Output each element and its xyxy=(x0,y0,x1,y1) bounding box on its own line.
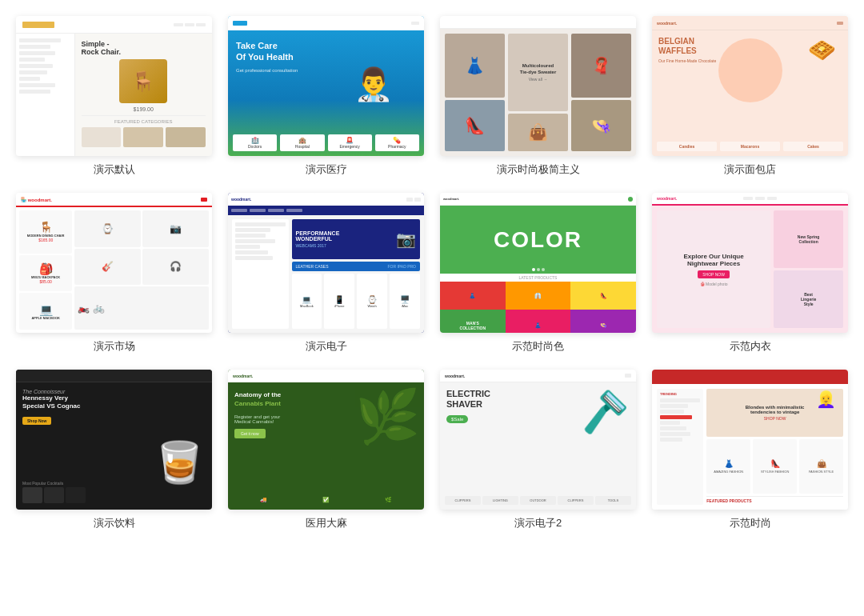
demo-grid: Simple -Rock Chair. 🪑 $199.00 FEATURED C… xyxy=(16,16,848,530)
preview-demo-electric2: woodmart. ELECTRICSHAVER $Sale 🪒 CLIPPER… xyxy=(440,370,636,510)
card-demo-drinks[interactable]: The Connoisseur Hennessy VerySpecial VS … xyxy=(16,370,212,530)
preview-demo-drinks: The Connoisseur Hennessy VerySpecial VS … xyxy=(16,370,212,510)
preview-demo-fashion-minimal: 👗 👠 Multicoloured Tie-dye Sweater View a… xyxy=(440,16,636,156)
card-demo-fashion-minimal[interactable]: 👗 👠 Multicoloured Tie-dye Sweater View a… xyxy=(440,16,636,177)
label-demo-market: 演示市场 xyxy=(94,339,135,354)
preview-demo-cannabis: woodmart. 🌿 Anatomy of theCannabis Plant… xyxy=(228,370,424,510)
label-demo-electronics: 演示电子 xyxy=(306,339,347,354)
label-demo-fashion2: 示范时尚 xyxy=(730,516,771,530)
card-demo-electronics[interactable]: woodmart. xyxy=(228,193,424,354)
card-demo-lingerie[interactable]: woodmart. Explore Our UniqueNightwear Pi… xyxy=(652,193,848,354)
card-demo-cannabis[interactable]: woodmart. 🌿 Anatomy of theCannabis Plant… xyxy=(228,370,424,530)
preview-demo-medical: Take CareOf You Health Get professional … xyxy=(228,16,424,156)
label-demo-medical: 演示医疗 xyxy=(306,162,347,177)
preview-demo-market: 🏪 woodmart. 🪑 MODERN DINING CHAIR $165.0… xyxy=(16,193,212,333)
card-demo-color[interactable]: woodmart. COLOR LATEST PRODUCTS 👗 👔 👠 MA… xyxy=(440,193,636,354)
preview-demo-default: Simple -Rock Chair. 🪑 $199.00 FEATURED C… xyxy=(16,16,212,156)
preview-demo-lingerie: woodmart. Explore Our UniqueNightwear Pi… xyxy=(652,193,848,333)
card-demo-default[interactable]: Simple -Rock Chair. 🪑 $199.00 FEATURED C… xyxy=(16,16,212,177)
label-demo-bakery: 演示面包店 xyxy=(724,162,776,177)
label-demo-lingerie: 示范内衣 xyxy=(730,339,771,354)
preview-demo-color: woodmart. COLOR LATEST PRODUCTS 👗 👔 👠 MA… xyxy=(440,193,636,333)
label-demo-fashion-minimal: 演示时尚极简主义 xyxy=(497,162,580,177)
preview-demo-electronics: woodmart. xyxy=(228,193,424,333)
label-demo-default: 演示默认 xyxy=(94,162,135,177)
label-demo-color: 示范时尚色 xyxy=(512,339,564,354)
label-demo-electric2: 演示电子2 xyxy=(514,516,562,530)
card-demo-medical[interactable]: Take CareOf You Health Get professional … xyxy=(228,16,424,177)
card-demo-market[interactable]: 🏪 woodmart. 🪑 MODERN DINING CHAIR $165.0… xyxy=(16,193,212,354)
label-demo-cannabis: 医用大麻 xyxy=(306,516,347,530)
preview-demo-bakery: woodmart. 🧇 BELGIANWAFFLES Our Fine Home… xyxy=(652,16,848,156)
card-demo-electric2[interactable]: woodmart. ELECTRICSHAVER $Sale 🪒 CLIPPER… xyxy=(440,370,636,530)
card-demo-bakery[interactable]: woodmart. 🧇 BELGIANWAFFLES Our Fine Home… xyxy=(652,16,848,177)
label-demo-drinks: 演示饮料 xyxy=(94,516,135,530)
preview-demo-fashion2: TRENDING Blondes with minimalistictenden… xyxy=(652,370,848,510)
card-demo-fashion2[interactable]: TRENDING Blondes with minimalistictenden… xyxy=(652,370,848,530)
